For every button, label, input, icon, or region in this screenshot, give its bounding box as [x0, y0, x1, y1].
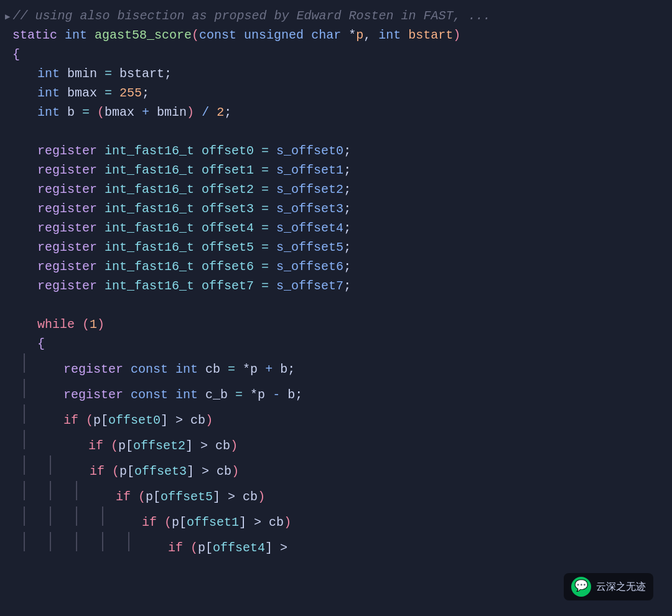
val-bstart: bstart [119, 64, 164, 83]
watermark: 💬 云深之无迹 [564, 573, 653, 600]
paren-if1-close: ) [284, 513, 291, 532]
val-cb-if2: cb [215, 436, 230, 455]
type-int-c-b: int [175, 385, 205, 404]
op-gt-if1: > [246, 513, 269, 532]
type-int-bmax: int [37, 83, 67, 103]
param-bstart: bstart [408, 26, 453, 45]
collapse-icon[interactable]: ▶ [5, 11, 10, 24]
type-int: int [65, 26, 95, 45]
var-offset3: offset3 [202, 199, 261, 218]
line-offset5: register int_fast16_t offset5 = s_offset… [0, 238, 672, 257]
val-offset2-if2: offset2 [133, 436, 185, 455]
paren-if3-open: ( [112, 462, 119, 481]
kw-register4: register [37, 218, 105, 238]
paren-close: ) [453, 26, 460, 45]
while-brace-open: { [37, 334, 45, 353]
var-p-c-b: p [258, 385, 273, 404]
semi2: ; [142, 83, 149, 103]
paren-while-open: ( [82, 315, 90, 334]
assign-off2: = [261, 180, 276, 199]
line-offset4: register int_fast16_t offset4 = s_offset… [0, 218, 672, 238]
var-c-b: c_b [205, 385, 235, 404]
brace-open: { [12, 45, 20, 64]
type-int_fast6: int_fast16_t [105, 257, 202, 276]
line-blank1 [0, 122, 672, 141]
var-offset7: offset7 [202, 276, 261, 296]
semi3: ; [224, 103, 231, 122]
bracket-if5-close: ] [213, 487, 220, 506]
kw-register6: register [37, 257, 105, 276]
kw-register0: register [37, 141, 105, 161]
kw-register7: register [37, 276, 105, 296]
paren-if2-open: ( [111, 436, 118, 455]
var-bmax: bmax [67, 83, 105, 103]
type-int_fast3: int_fast16_t [105, 199, 202, 218]
kw-register-c-b: register [63, 385, 131, 404]
line-if3: if (p[offset3] > cb) [0, 455, 672, 481]
val-s-offset7: s_offset7 [276, 276, 343, 296]
val-s-offset5: s_offset5 [276, 238, 343, 257]
op-div: / [202, 103, 217, 122]
assign-cb: = [228, 360, 243, 379]
op-gt-if0: > [168, 411, 190, 430]
arr-p-if1: p [172, 513, 179, 532]
line-if1: if (p[offset1] > cb) [0, 506, 672, 532]
op-gt-if4: > [273, 538, 287, 558]
arr-p-if2: p [118, 436, 126, 455]
semi-off2: ; [343, 180, 351, 199]
var-offset5: offset5 [202, 238, 261, 257]
paren-b-open: ( [97, 103, 105, 122]
type-char: char [311, 26, 348, 45]
kw-register5: register [37, 238, 105, 257]
num-2: 2 [217, 103, 224, 122]
paren-if4-open: ( [190, 538, 198, 558]
assign-off3: = [261, 199, 276, 218]
var-b-c-b: b [287, 385, 295, 404]
val-cb-if5: cb [243, 487, 258, 506]
op-gt-if3: > [194, 462, 217, 481]
kw-while: while [37, 315, 82, 334]
func-name: agast58_score [95, 26, 192, 45]
arr-p-if3: p [119, 462, 127, 481]
assign2: = [105, 83, 119, 103]
semi-c-b: ; [295, 385, 302, 404]
semi-off1: ; [343, 161, 351, 180]
line-func-decl: static int agast58_score(const unsigned … [0, 26, 672, 45]
paren-if5-open: ( [138, 487, 146, 506]
assign-off7: = [261, 276, 276, 296]
val-s-offset0: s_offset0 [276, 141, 343, 161]
assign-off4: = [261, 218, 276, 238]
val-offset1-if1: offset1 [187, 513, 239, 532]
val-bmax: bmax [105, 103, 142, 122]
var-offset2: offset2 [202, 180, 261, 199]
pointer-star: * [348, 26, 356, 45]
arr-p-if0: p [93, 411, 101, 430]
paren-if0-open: ( [86, 411, 93, 430]
kw-register-cb: register [63, 360, 131, 379]
semi-cb: ; [287, 360, 295, 379]
line-if0: if (p[offset0] > cb) [0, 404, 672, 430]
watermark-icon: 💬 [571, 577, 591, 597]
semi-off5: ; [343, 238, 351, 257]
bracket-if0-close: ] [161, 411, 168, 430]
type-int_fast1: int_fast16_t [105, 161, 202, 180]
var-offset4: offset4 [202, 218, 261, 238]
paren-if3-close: ) [231, 462, 239, 481]
kw-register1: register [37, 161, 105, 180]
type-int-bmin: int [37, 64, 67, 83]
line-offset3: register int_fast16_t offset3 = s_offset… [0, 199, 672, 218]
type-const-c-b: const [131, 385, 175, 404]
kw-register2: register [37, 180, 105, 199]
var-offset1: offset1 [202, 161, 261, 180]
var-offset0: offset0 [202, 141, 261, 161]
code-editor: ▶ // using also bisection as propsed by … [0, 0, 672, 616]
line-while: while (1) [0, 315, 672, 334]
bracket-if1-open: [ [179, 513, 187, 532]
kw-if5: if [116, 487, 138, 506]
deref-star2: * [250, 385, 258, 404]
paren-open: ( [192, 26, 199, 45]
assign-off1: = [261, 161, 276, 180]
assign-c-b: = [235, 385, 250, 404]
line-offset6: register int_fast16_t offset6 = s_offset… [0, 257, 672, 276]
semi-off4: ; [343, 218, 351, 238]
